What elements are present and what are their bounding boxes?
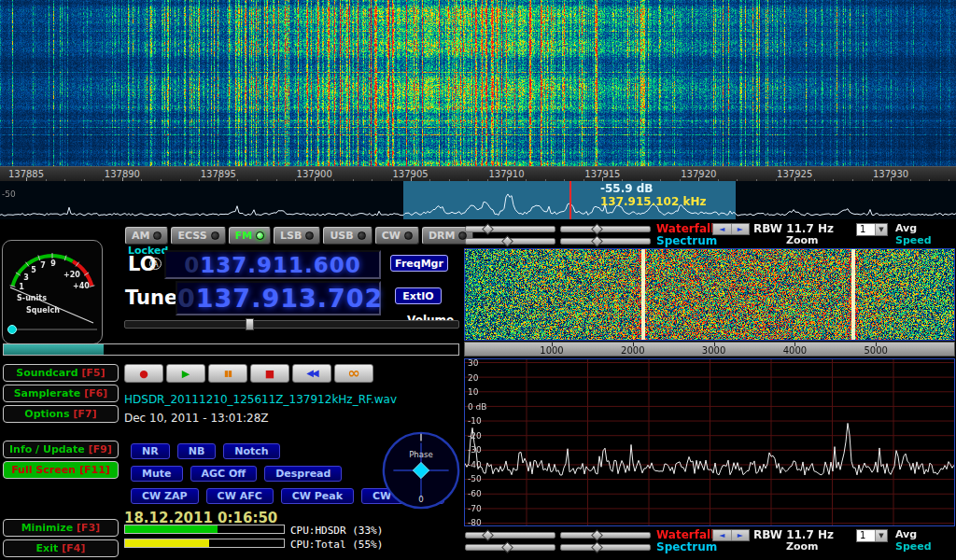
- shift-right-button[interactable]: ►: [732, 530, 750, 540]
- spectrum-brightness-slider-thumb[interactable]: [591, 235, 603, 247]
- cursor-frequency-readout: 137.915.102 kHz: [600, 195, 706, 208]
- waterfall-brightness-slider-thumb[interactable]: [591, 223, 603, 235]
- menu-options-button[interactable]: Options[F7]: [3, 405, 119, 423]
- dsp-nb-button[interactable]: NB: [177, 443, 217, 459]
- waterfall-contrast-slider[interactable]: [465, 532, 555, 539]
- mode-am-button[interactable]: AM: [125, 227, 168, 245]
- menu-soundcard-button[interactable]: Soundcard[F5]: [3, 364, 119, 382]
- rewind-button[interactable]: ◀◀: [292, 364, 331, 383]
- tune-slider-thumb[interactable]: [246, 318, 254, 330]
- scale-label: 3000: [702, 345, 725, 356]
- menu-label: Options: [24, 408, 69, 420]
- playback-progress-bar[interactable]: [3, 343, 459, 356]
- left-menu: Soundcard[F5]Samplerate[F6]Options[F7]In…: [3, 364, 120, 558]
- menu-info-update-button[interactable]: Info / Update[F9]: [3, 441, 119, 458]
- chevron-down-icon[interactable]: ▼: [875, 530, 887, 541]
- tune-frequency-digits[interactable]: 0137.913.702: [177, 284, 379, 313]
- zoom-spectrum[interactable]: 3020100 dB-10-20-30-40-50-60-70-80: [464, 358, 955, 526]
- tune-frequency-display[interactable]: 0137.913.702: [176, 281, 381, 315]
- zoom-spectrum-trace: [465, 359, 954, 525]
- spectrum-contrast-slider-thumb[interactable]: [501, 541, 513, 553]
- dsp-agc-off-button[interactable]: AGC Off: [190, 466, 258, 482]
- chevron-down-icon[interactable]: ▼: [875, 224, 887, 235]
- menu-label: Exit: [36, 542, 59, 554]
- mode-lsb-button[interactable]: LSB: [274, 227, 320, 245]
- spectrum-brightness-slider-thumb[interactable]: [591, 541, 603, 553]
- spectrum-contrast-slider[interactable]: [465, 238, 555, 245]
- speed-select-value: 1: [857, 224, 875, 235]
- mode-ecss-button[interactable]: ECSS: [171, 227, 225, 245]
- dsp-notch-button[interactable]: Notch: [223, 443, 279, 459]
- lo-frequency-digits[interactable]: 0137.911.600: [166, 253, 379, 277]
- smeter-scale-label: 9: [50, 259, 56, 268]
- frequency-ruler[interactable]: 1378851378901378951379001379051379101379…: [0, 166, 956, 181]
- extio-button[interactable]: ExtIO: [395, 287, 442, 304]
- ruler-label: 137885: [8, 169, 44, 179]
- ruler-label: 137890: [105, 169, 140, 179]
- speed-select[interactable]: 1▼: [856, 529, 888, 542]
- waterfall-brightness-slider[interactable]: [560, 532, 651, 539]
- waterfall-label: Waterfall: [656, 528, 714, 541]
- speed-label: Speed: [895, 540, 932, 553]
- lo-frequency-display[interactable]: 0137.911.600: [164, 250, 381, 279]
- waterfall-contrast-slider[interactable]: [465, 226, 555, 232]
- spectrum-contrast-slider[interactable]: [465, 544, 555, 551]
- rewind-icon: ◀◀: [306, 369, 316, 378]
- record-button[interactable]: ●: [124, 364, 163, 383]
- freqmgr-button[interactable]: FreqMgr: [390, 255, 448, 272]
- dsp-cw-peak-button[interactable]: CW Peak: [281, 488, 354, 504]
- dsp-cw-zap-button[interactable]: CW ZAP: [131, 488, 199, 504]
- shift-left-button[interactable]: ◄: [713, 530, 732, 540]
- mode-fm-button[interactable]: FM: [229, 227, 271, 245]
- main-waterfall[interactable]: [0, 0, 956, 166]
- db-axis-label: -20: [468, 431, 482, 441]
- scale-label: 4000: [783, 345, 807, 356]
- waterfall-contrast-slider-thumb[interactable]: [482, 529, 494, 541]
- spectrum-contrast-slider-thumb[interactable]: [501, 235, 513, 247]
- mode-cw-button[interactable]: CW: [375, 227, 419, 245]
- mode-label: AM: [132, 230, 149, 242]
- mode-label: FM: [235, 230, 252, 242]
- squelch-thumb[interactable]: [8, 326, 17, 334]
- play-button[interactable]: ▶: [166, 364, 205, 383]
- shift-right-button[interactable]: ►: [732, 224, 750, 234]
- waterfall-shift-control[interactable]: ◄►: [712, 529, 750, 541]
- spectrum-brightness-slider[interactable]: [560, 238, 651, 245]
- spectrum-label: Spectrum: [656, 234, 717, 247]
- waterfall-shift-control[interactable]: ◄►: [712, 223, 750, 235]
- zoom-frequency-scale[interactable]: 10002000300040005000: [464, 342, 955, 357]
- mode-selector: AMECSSFMLSBUSBCWDRM: [125, 227, 473, 245]
- loop-button[interactable]: ∞: [334, 364, 373, 383]
- menu-exit-button[interactable]: Exit[F4]: [3, 539, 119, 557]
- dsp-mute-button[interactable]: Mute: [131, 466, 183, 482]
- scale-label: 2000: [621, 345, 644, 356]
- waterfall-contrast-slider-thumb[interactable]: [482, 223, 494, 235]
- mode-usb-button[interactable]: USB: [323, 227, 372, 245]
- menu-key: [F3]: [77, 522, 100, 534]
- shift-left-button[interactable]: ◄: [713, 224, 732, 234]
- waterfall-brightness-slider[interactable]: [560, 226, 651, 232]
- waterfall-brightness-slider-thumb[interactable]: [591, 529, 603, 541]
- menu-samplerate-button[interactable]: Samplerate[F6]: [3, 385, 119, 402]
- menu-minimize-button[interactable]: Minimize[F3]: [3, 519, 119, 537]
- dsp-despread-button[interactable]: Despread: [264, 466, 342, 482]
- speed-select[interactable]: 1▼: [856, 223, 888, 236]
- overview-spectrum[interactable]: -50 -55.9 dB 137.915.102 kHz: [0, 181, 956, 219]
- phase-value: 0: [418, 495, 423, 504]
- tune-slider[interactable]: [124, 320, 459, 329]
- lock-badge-icon[interactable]: A: [149, 258, 162, 270]
- mode-led-icon: [256, 231, 264, 240]
- zoom-waterfall[interactable]: [465, 249, 954, 340]
- dsp-cw-afc-button[interactable]: CW AFC: [206, 488, 274, 504]
- dsp-nr-button[interactable]: NR: [131, 443, 170, 459]
- cpu-total-text: CPU:Total (55%): [290, 539, 383, 551]
- pause-button[interactable]: ▮▮: [208, 364, 247, 383]
- menu-full-screen-button[interactable]: Full Screen[F11]: [3, 461, 119, 479]
- recording-filename: HDSDR_20111210_125611Z_137912kHz_RF.wav: [124, 393, 397, 406]
- signal-level-readout: -55.9 dB: [600, 182, 654, 195]
- waterfall-spectrum-controls-top: Waterfall◄►RBW 11.7 Hz1▼AvgSpectrumZoomS…: [464, 223, 956, 248]
- spectrum-brightness-slider[interactable]: [560, 544, 651, 551]
- speed-select-value: 1: [857, 530, 875, 541]
- stop-button[interactable]: ■: [250, 364, 289, 383]
- cpu-hdsdr-bar: [124, 525, 285, 534]
